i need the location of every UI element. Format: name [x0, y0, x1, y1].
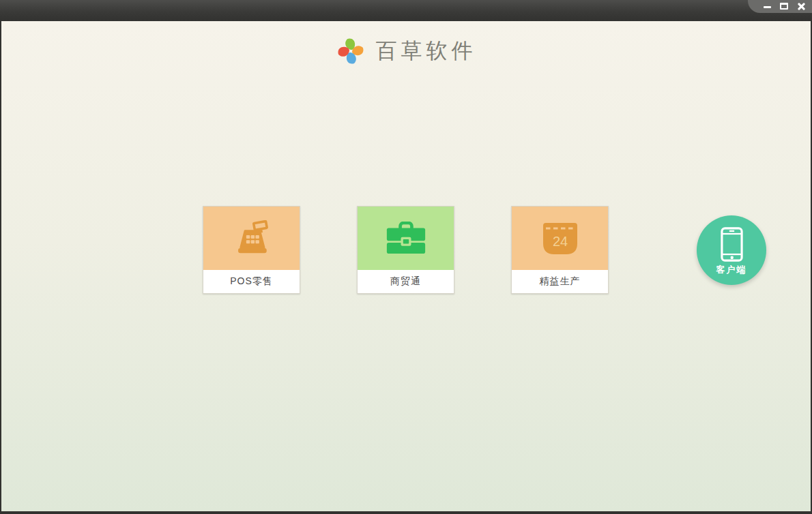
main-content: 百草软件 POS零售: [1, 21, 811, 511]
calendar-icon: 24: [542, 222, 578, 255]
product-label-pos: POS零售: [203, 270, 300, 293]
product-card-pos[interactable]: POS零售: [203, 206, 300, 294]
brand-name: 百草软件: [376, 37, 477, 65]
minimize-icon: [764, 6, 771, 8]
smartphone-icon: [721, 227, 743, 262]
product-label-lean: 精益生产: [512, 270, 608, 293]
client-button-label: 客户端: [716, 264, 747, 276]
cash-register-icon: [232, 220, 272, 256]
close-button[interactable]: [796, 1, 807, 11]
window-controls: [748, 0, 812, 13]
product-card-trade[interactable]: 商贸通: [357, 206, 454, 294]
briefcase-icon: [386, 222, 426, 255]
pinwheel-logo-icon: [336, 36, 366, 66]
calendar-day-text: 24: [552, 234, 567, 249]
brand-header: 百草软件: [1, 36, 811, 66]
trade-tile: [358, 207, 454, 270]
product-card-lean[interactable]: 24 精益生产: [511, 206, 609, 294]
product-label-trade: 商贸通: [358, 270, 454, 293]
client-button[interactable]: 客户端: [697, 215, 766, 285]
minimize-button[interactable]: [762, 1, 772, 11]
maximize-button[interactable]: [779, 1, 789, 11]
maximize-icon: [780, 3, 788, 10]
lean-tile: 24: [512, 207, 608, 270]
title-bar: [0, 0, 812, 21]
close-icon: [797, 2, 805, 10]
pos-tile: [203, 207, 300, 270]
